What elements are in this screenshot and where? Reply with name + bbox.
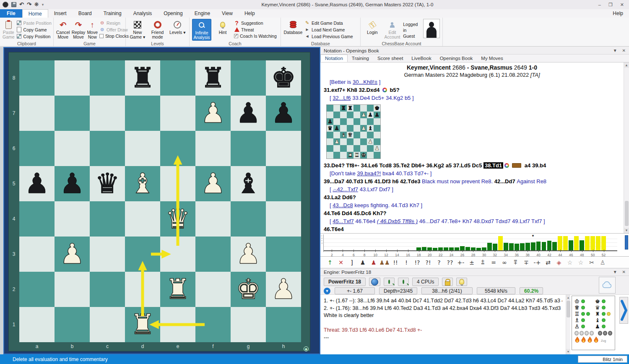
board-square-f8[interactable]: ♜ [195, 60, 231, 96]
qat-dropdown-icon[interactable]: ▾ [42, 1, 44, 8]
avatar[interactable] [423, 19, 440, 38]
eval-bar-move-23[interactable] [444, 247, 448, 250]
eval-bar-move-31[interactable] [487, 243, 492, 250]
notation-line[interactable]: [ 43...Dc8 keeps fighting. 44.Td3 Kh7 ] [320, 201, 624, 209]
save-icon[interactable] [11, 2, 16, 7]
notation-line[interactable]: [ ⌓42...Txf7 43.Lxf7 Dxf7 ] [320, 185, 624, 193]
notation-scrollbar[interactable]: ▲ ▼ [624, 62, 629, 233]
eval-bar-move-44[interactable] [558, 236, 562, 250]
board-square-a6[interactable] [19, 131, 55, 166]
board-square-h5[interactable] [266, 166, 301, 201]
annotation-symbol-11[interactable]: ?? [444, 259, 455, 266]
cloud-engine-button[interactable] [599, 277, 616, 294]
eval-bar-move-48[interactable] [580, 240, 584, 250]
board-square-g2[interactable]: ♚ [231, 272, 266, 307]
engine-line-2[interactable]: 2. +- (1.76): 38...h6 39.h4 Lf6 40.Ted2 … [324, 305, 562, 312]
move-text[interactable]: 33.De4 Dc5+ 34.Kg2 b5 ] [351, 95, 414, 101]
chess-piece-g2[interactable]: ♚ [231, 272, 266, 307]
board-square-h7[interactable]: ♟ [266, 96, 301, 131]
move-text[interactable]: 33.De4? Tf8+- 34.Le6 Tcd8 35.Te2 Db6+ 36… [324, 162, 483, 169]
move-text[interactable]: 44.Te6 Dd4 45.Dc6 Kh7? [324, 210, 386, 216]
tab-score-sheet[interactable]: Score sheet [373, 55, 407, 62]
notation-line[interactable]: 31.exf7+ Kh8 32.Dxd4 b5? [320, 86, 624, 94]
notation-line[interactable]: [Don't take 39.bxa4?! bxa4 40.Td3 Td7+- … [320, 169, 624, 177]
eval-bar-move-37[interactable] [520, 243, 525, 250]
board-square-c7[interactable] [90, 96, 125, 131]
threat-button[interactable]: Threat [234, 27, 277, 32]
paste-position-button[interactable]: Paste Position [16, 20, 52, 26]
board-square-a8[interactable] [19, 60, 55, 96]
board-square-f7[interactable]: ♟ [195, 96, 231, 131]
move-text[interactable]: [Don't take [330, 170, 357, 177]
notation-content[interactable]: Keymer,Vincent 2686 - Svane,Rasmus 2649 … [320, 62, 624, 233]
notation-line[interactable]: 39...Da7 40.Td3 Lf6 41.Df3 h6 42.Tde3 Bl… [320, 177, 624, 185]
board-square-d6[interactable] [125, 131, 160, 166]
menu-tab-help[interactable]: Help [239, 9, 261, 18]
evaluation-chart[interactable]: +-±=∓ 2468101214161820222426283032343638… [320, 233, 629, 257]
board-square-h4[interactable] [266, 201, 301, 237]
board-square-d5[interactable]: ♝ [125, 166, 160, 201]
board-square-e5[interactable] [160, 166, 195, 201]
chess-piece-g5[interactable]: ♝ [231, 166, 266, 201]
annotation-symbol-23[interactable]: ☆ [575, 259, 586, 266]
redo-icon[interactable]: ↷ [27, 1, 31, 8]
eval-bar-move-41[interactable] [542, 242, 546, 250]
board-square-a4[interactable] [19, 201, 55, 237]
engine-record-button[interactable] [369, 278, 380, 286]
board-square-e2[interactable]: ♜ [160, 272, 195, 307]
board-square-b4[interactable] [55, 201, 90, 237]
eval-bar-move-35[interactable] [509, 243, 514, 250]
chess-piece-g7[interactable]: ♟ [231, 96, 266, 131]
eval-bar-move-47[interactable] [574, 236, 579, 250]
next-best-icon[interactable]: ▼ [324, 288, 330, 294]
annotation-symbol-9[interactable]: ?! [423, 259, 434, 266]
menu-tab-engine[interactable]: Engine [189, 9, 216, 18]
app-logo-icon[interactable] [3, 2, 8, 8]
board-square-c6[interactable] [90, 131, 125, 166]
move-text[interactable]: 45...Txf7 [333, 218, 354, 224]
board-square-b5[interactable]: ♟ [55, 166, 90, 201]
chess-piece-d1[interactable]: ♜ [125, 307, 160, 342]
board-square-e1[interactable] [160, 307, 195, 342]
annotation-symbol-1[interactable]: ✕ [335, 259, 346, 266]
move-text[interactable]: 43.Lxf7 Dxf7 ] [358, 186, 393, 192]
resign-button[interactable]: ⊖ Resign [99, 20, 129, 26]
annotation-symbol-25[interactable]: ♙ [597, 259, 608, 266]
notation-line[interactable]: 33.De4? Tf8+- 34.Le6 Tcd8 35.Te2 Db6+ 36… [320, 161, 624, 169]
engine-panel-header[interactable]: Engine: PowerFritz 18 ▼ ✕ [320, 268, 629, 276]
board-square-h3[interactable] [266, 237, 301, 272]
eval-bar-move-19[interactable] [422, 247, 426, 250]
database-button[interactable]: Database [283, 19, 303, 41]
tab-notation[interactable]: Notation [320, 55, 348, 62]
expand-panel-button[interactable] [619, 297, 628, 324]
move-text[interactable]: 46.T6e4 [324, 226, 344, 232]
offer-draw-button[interactable]: ⊜ Offer Draw [99, 27, 129, 32]
new-game-button[interactable]: New Game ▾ [128, 19, 147, 41]
engine-scrollbar-thumb[interactable] [567, 301, 570, 317]
suggestion-button[interactable]: ? Suggestion [234, 20, 277, 26]
chess-piece-h7[interactable]: ♟ [266, 96, 301, 131]
board-square-b1[interactable] [55, 307, 90, 342]
cancel-move-button[interactable]: ↶ Cancel Move [56, 19, 70, 41]
annotation-symbol-21[interactable]: ◈ [554, 259, 564, 266]
menu-tab-view[interactable]: View [216, 9, 239, 18]
engine-scrollbar[interactable]: ▲ ▼ [566, 295, 570, 354]
move-text[interactable]: 39.bxa4?! [357, 170, 381, 177]
move-text[interactable]: 30...Kh8!± [353, 79, 377, 85]
levels-button[interactable]: Levels ▾ [168, 19, 187, 41]
undo-icon[interactable]: ↶ [19, 1, 24, 8]
engine-close-icon[interactable]: ✕ [622, 270, 626, 274]
board-square-e4[interactable]: ♛ [160, 201, 195, 237]
move-text[interactable]: [Better is [330, 79, 353, 85]
board-square-f5[interactable]: ♟ [195, 166, 231, 201]
board-square-f6[interactable] [195, 131, 231, 166]
board-square-d1[interactable]: ♜ [125, 307, 160, 342]
move-text[interactable]: a4 39.b4 [523, 162, 546, 169]
chess-piece-a5[interactable]: ♟ [19, 166, 55, 201]
annotation-symbol-15[interactable]: = [488, 259, 499, 266]
annotation-symbol-18[interactable]: ∓ [521, 259, 532, 266]
board-square-c4[interactable] [90, 201, 125, 237]
board-square-c5[interactable]: ♛ [90, 166, 125, 201]
scroll-up-icon[interactable]: ▲ [624, 62, 629, 68]
move-text[interactable]: Against Re8 [517, 178, 546, 185]
